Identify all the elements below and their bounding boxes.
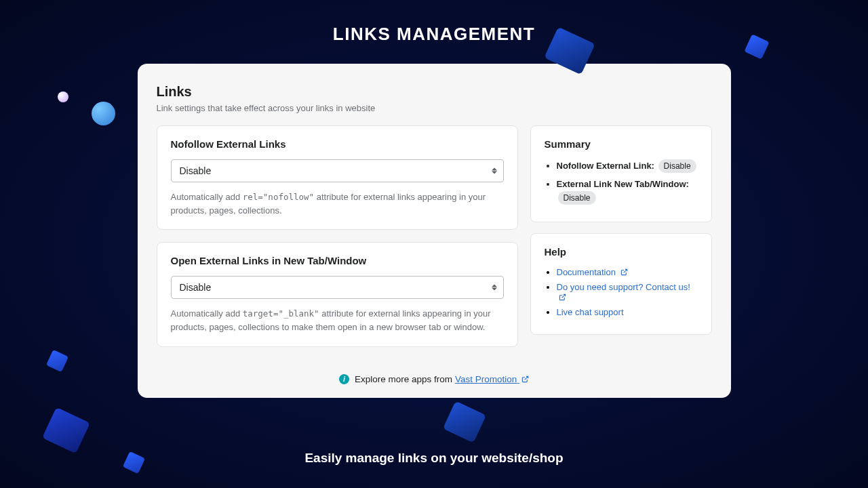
help-link-livechat[interactable]: Live chat support <box>557 307 624 317</box>
external-link-icon <box>521 375 529 383</box>
status-badge: Disable <box>558 191 596 205</box>
footer-promo: i Explore more apps from Vast Promotion <box>157 374 712 384</box>
help-link-support[interactable]: Do you need support? Contact us! <box>557 282 690 302</box>
section-heading: Links <box>157 84 712 100</box>
card-nofollow-title: Nofollow External Links <box>171 138 504 150</box>
help-item: Do you need support? Contact us! <box>557 282 698 302</box>
page-subtitle: Easily manage links on your website/shop <box>0 451 868 466</box>
help-item: Live chat support <box>557 307 698 317</box>
help-link-documentation[interactable]: Documentation <box>557 267 628 277</box>
footer-text: Explore more apps from <box>355 374 455 384</box>
summary-item: Nofollow External Link: Disable <box>557 159 698 173</box>
chevron-updown-icon <box>492 168 497 174</box>
card-nofollow-desc: Automatically add rel="nofollow" attribu… <box>171 190 504 217</box>
card-nofollow: Nofollow External Links Disable Automati… <box>157 125 518 230</box>
section-description: Link settings that take effect across yo… <box>157 103 712 113</box>
summary-title: Summary <box>545 138 698 150</box>
help-title: Help <box>545 246 698 258</box>
chevron-updown-icon <box>492 285 497 291</box>
newtab-select[interactable]: Disable <box>171 276 504 299</box>
help-list: Documentation Do you need support? Conta… <box>545 267 698 317</box>
external-link-icon <box>559 293 566 301</box>
card-newtab-desc: Automatically add target="_blank" attrib… <box>171 307 504 333</box>
summary-item: External Link New Tab/Window: Disable <box>557 178 698 205</box>
page-title: LINKS MANAGEMENT <box>0 0 868 45</box>
card-summary: Summary Nofollow External Link: Disable … <box>530 125 712 222</box>
settings-panel: Links Link settings that take effect acr… <box>138 64 731 398</box>
card-newtab: Open External Links in New Tab/Window Di… <box>157 242 518 346</box>
summary-list: Nofollow External Link: Disable External… <box>545 159 698 205</box>
nofollow-select[interactable]: Disable <box>171 159 504 182</box>
info-icon: i <box>339 374 349 384</box>
status-badge: Disable <box>658 159 696 173</box>
card-newtab-title: Open External Links in New Tab/Window <box>171 255 504 266</box>
card-help: Help Documentation Do you need support? … <box>530 233 712 335</box>
help-item: Documentation <box>557 267 698 277</box>
external-link-icon <box>620 268 628 276</box>
footer-promo-link[interactable]: Vast Promotion <box>455 374 529 384</box>
